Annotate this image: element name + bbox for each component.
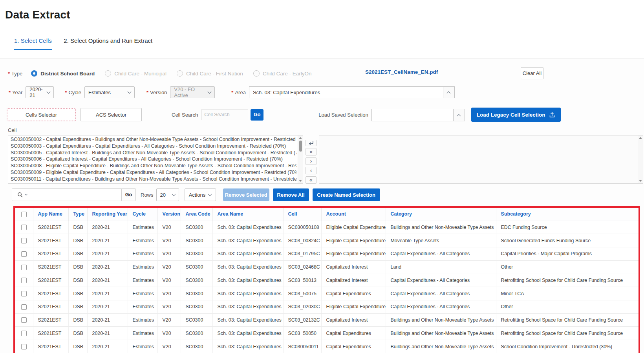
scroll-up-icon[interactable] (639, 137, 642, 139)
type-radio-district-school-board[interactable]: District School Board (31, 70, 95, 77)
row-select-cell (15, 274, 33, 287)
column-header-account[interactable]: Account (321, 208, 386, 221)
cell-version: V20 (157, 287, 181, 300)
cell-list-item[interactable]: SC030050008 - Eligible Capital Expenditu… (11, 163, 296, 169)
column-header-reporting-year[interactable]: Reporting Year (87, 208, 128, 221)
cell-list-item[interactable]: SC030050002 - Capital Expenditures - Bui… (11, 136, 296, 143)
row-checkbox[interactable] (21, 331, 27, 336)
acs-selector-button[interactable]: ACS Selector (80, 108, 142, 121)
cell-version: V20 (157, 340, 181, 353)
cell-subcategory: Other (496, 260, 639, 274)
column-header-type[interactable]: Type (68, 208, 87, 221)
scrollbar-thumb[interactable] (299, 141, 302, 152)
remove-all-button[interactable]: Remove All (273, 188, 309, 201)
radio-button-icon[interactable] (31, 70, 37, 77)
column-header-app-name[interactable]: App Name (33, 208, 68, 221)
move-all-right-button[interactable]: » (306, 148, 317, 155)
select-all-checkbox[interactable] (21, 212, 27, 217)
area-input[interactable] (249, 86, 443, 98)
selected-list-scrollbar[interactable] (638, 135, 643, 183)
cell-selected-list[interactable] (319, 135, 643, 184)
cells-selector-button[interactable]: Cells Selector (7, 108, 76, 121)
clear-all-button[interactable]: Clear All (521, 67, 543, 79)
row-checkbox[interactable] (21, 278, 27, 283)
create-named-selection-button[interactable]: Create Named Selection (313, 188, 380, 201)
version-select[interactable]: V20 - FO Active (170, 86, 215, 98)
rows-label: Rows (141, 192, 154, 198)
column-header-cycle[interactable]: Cycle (128, 208, 157, 221)
cycle-select[interactable]: Estimates (84, 86, 135, 98)
move-left-button[interactable]: ‹ (306, 167, 317, 174)
cell-subcategory: Other (496, 300, 639, 313)
cell-version: V20 (157, 234, 181, 247)
search-options-button[interactable] (12, 188, 32, 201)
shuttle-reset-button[interactable] (306, 140, 317, 146)
load-saved-selection-input[interactable] (371, 109, 453, 121)
load-legacy-cell-selection-button[interactable]: Load Legacy Cell Selection (471, 108, 561, 122)
cell-app-name: S2021EST (33, 234, 68, 247)
chevron-down-icon (47, 90, 51, 94)
cell-cycle: Estimates (128, 340, 157, 353)
row-checkbox[interactable] (21, 251, 27, 257)
scroll-up-icon[interactable] (299, 137, 302, 139)
cell-list-item[interactable]: SC030050009 - Eligible Capital Expenditu… (11, 169, 296, 176)
radio-button-icon[interactable] (253, 70, 260, 77)
cell-type: DSB (68, 300, 87, 313)
available-list-scrollbar[interactable] (298, 135, 303, 183)
cell-list-item[interactable]: SC030050003 - Capital Expenditures - Cap… (11, 143, 296, 150)
cell-list-item[interactable]: SC030050005 - Capitalized Interest - Bui… (11, 150, 296, 156)
table-row: S2021ESTDSB2020-21EstimatesV20SC0300Sch.… (15, 327, 639, 340)
actions-menu-button[interactable]: Actions (185, 188, 216, 201)
column-header-area-code[interactable]: Area Code (181, 208, 212, 221)
tab-select-options-run-extract[interactable]: 2. Select Options and Run Extract (64, 37, 152, 49)
tab-select-cells[interactable]: 1. Select Cells (14, 37, 52, 50)
column-header-category[interactable]: Category (386, 208, 496, 221)
remove-selected-button[interactable]: Remove Selected (223, 188, 269, 201)
cell-list-item[interactable]: SC030050006 - Capitalized Interest - Cap… (11, 156, 296, 163)
select-all-header (15, 208, 33, 221)
rows-select[interactable]: 20 (156, 188, 179, 201)
type-radio-child-care-first-nation[interactable]: Child Care - First Nation (177, 70, 243, 77)
move-all-left-button[interactable]: « (306, 176, 317, 184)
results-search-go-button[interactable]: Go (122, 188, 136, 201)
type-radio-child-care-municipal[interactable]: Child Care - Municipal (105, 70, 166, 77)
load-saved-collapse-button[interactable] (453, 109, 465, 121)
cell-cell: SC030050011 (283, 340, 321, 353)
row-checkbox[interactable] (21, 317, 27, 323)
area-combobox (249, 86, 455, 98)
chevron-down-icon (208, 192, 212, 196)
radio-button-icon[interactable] (177, 70, 183, 77)
cell-version: V20 (157, 274, 181, 287)
cell-search-go-button[interactable]: Go (251, 109, 263, 121)
row-checkbox[interactable] (21, 225, 27, 230)
cell-category: Buildings and Other Non-Moveable Type As… (386, 313, 496, 327)
radio-button-icon[interactable] (105, 70, 111, 77)
area-collapse-button[interactable] (443, 86, 455, 98)
row-checkbox[interactable] (21, 304, 27, 310)
type-radio-child-care-earlyon[interactable]: Child Care - EarlyOn (253, 70, 312, 77)
cell-app-name: S2021EST (33, 327, 68, 340)
column-header-area-name[interactable]: Area Name (212, 208, 283, 221)
cell-list-item[interactable]: SC030050011 - Capital Expenditures - Bui… (11, 176, 296, 183)
cell-type: DSB (68, 340, 87, 353)
year-select[interactable]: 2020-21 (26, 86, 54, 98)
cell-search-input[interactable] (201, 110, 248, 120)
cellname-pdf-link[interactable]: S2021EST_CellName_EN.pdf (365, 69, 438, 75)
row-checkbox[interactable] (21, 291, 27, 296)
results-search-input[interactable] (32, 188, 122, 201)
load-saved-selection-label: Load Saved Selection (318, 112, 368, 118)
cell-cell: SC03_50075 (283, 287, 321, 300)
column-header-version[interactable]: Version (157, 208, 181, 221)
chevron-down-icon (172, 192, 176, 196)
row-checkbox[interactable] (21, 238, 27, 243)
column-header-cell[interactable]: Cell (283, 208, 321, 221)
upload-icon (549, 112, 555, 118)
row-checkbox[interactable] (21, 265, 27, 270)
type-radio-label: Child Care - Municipal (114, 71, 166, 77)
row-checkbox[interactable] (21, 344, 27, 349)
column-header-subcategory[interactable]: Subcategory (496, 208, 639, 221)
scroll-down-icon[interactable] (299, 180, 302, 182)
scroll-down-icon[interactable] (639, 180, 642, 182)
move-right-button[interactable]: › (306, 157, 317, 165)
cell-available-list[interactable]: SC030050002 - Capital Expenditures - Bui… (8, 135, 303, 184)
